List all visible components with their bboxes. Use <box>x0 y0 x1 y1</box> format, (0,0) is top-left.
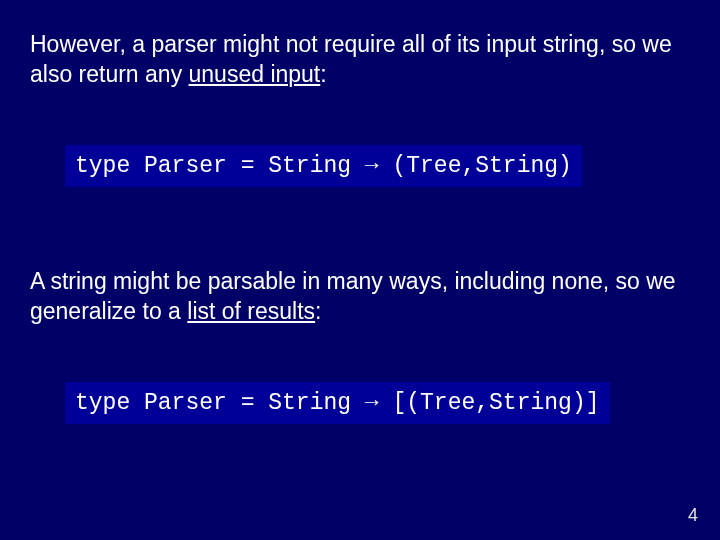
paragraph-1-text-a: However, a parser might not require all … <box>30 31 672 87</box>
paragraph-2: A string might be parsable in many ways,… <box>30 267 690 327</box>
paragraph-1-underline: unused input <box>189 61 321 87</box>
slide-body: However, a parser might not require all … <box>0 0 720 540</box>
paragraph-1: However, a parser might not require all … <box>30 30 690 90</box>
paragraph-2-text-b: : <box>315 298 321 324</box>
page-number: 4 <box>688 505 698 526</box>
code-block-2: type Parser = String → [(Tree,String)] <box>65 382 610 424</box>
paragraph-2-text-a: A string might be parsable in many ways,… <box>30 268 676 324</box>
code-block-1: type Parser = String → (Tree,String) <box>65 145 582 187</box>
paragraph-2-underline: list of results <box>187 298 315 324</box>
paragraph-1-text-b: : <box>320 61 326 87</box>
